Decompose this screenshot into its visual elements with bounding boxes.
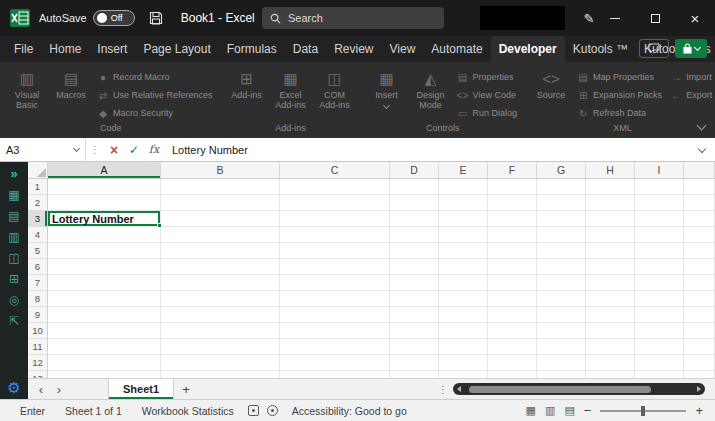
cell-C12[interactable] — [280, 355, 390, 371]
cell-E6[interactable] — [439, 259, 488, 275]
formula-bar-expand-chevron-icon[interactable] — [698, 144, 706, 152]
scroll-right-arrow-icon[interactable] — [697, 386, 701, 392]
insert-function-button[interactable]: fx — [144, 138, 164, 162]
cell-C13[interactable] — [280, 371, 390, 378]
cell-x1[interactable] — [684, 179, 715, 195]
horizontal-scrollbar-thumb[interactable] — [469, 386, 651, 393]
ribbon-button-refresh-data[interactable]: ↻Refresh Data — [574, 104, 665, 122]
cell-E13[interactable] — [439, 371, 488, 378]
cell-C5[interactable] — [280, 243, 390, 259]
select-all-corner[interactable] — [28, 162, 48, 178]
cell-B1[interactable] — [161, 179, 280, 195]
ribbon-button-view-code[interactable]: <>View Code — [454, 86, 521, 104]
cell-G10[interactable] — [537, 323, 586, 339]
sheet-nav-left[interactable]: ‹ — [32, 379, 50, 399]
row-header-13[interactable]: 13 — [28, 371, 48, 378]
row-header-2[interactable]: 2 — [28, 195, 48, 211]
page-layout-view-button[interactable]: ▥ — [545, 405, 555, 416]
cell-x4[interactable] — [684, 227, 715, 243]
share-icon[interactable]: ⇱ — [9, 315, 19, 327]
ribbon-button-excel-add-ins[interactable]: ▦Excel Add-ins — [270, 65, 312, 121]
cell-A13[interactable] — [48, 371, 161, 378]
find-icon[interactable]: ◎ — [9, 294, 19, 306]
row-header-8[interactable]: 8 — [28, 291, 48, 307]
column-header-i[interactable]: I — [635, 162, 684, 178]
cell-F1[interactable] — [488, 179, 537, 195]
cell-D6[interactable] — [390, 259, 439, 275]
ribbon-button-properties[interactable]: ▤Properties — [454, 68, 521, 86]
tab-automate[interactable]: Automate — [423, 36, 490, 62]
column-header-c[interactable]: C — [280, 162, 390, 178]
cell-H12[interactable] — [586, 355, 635, 371]
cell-x8[interactable] — [684, 291, 715, 307]
column-header-g[interactable]: G — [537, 162, 586, 178]
cell-D4[interactable] — [390, 227, 439, 243]
maximize-button[interactable] — [635, 0, 675, 36]
cell-H5[interactable] — [586, 243, 635, 259]
cell-B2[interactable] — [161, 195, 280, 211]
ribbon-button-design-mode[interactable]: ◭Design Mode — [410, 65, 452, 121]
tab-data[interactable]: Data — [285, 36, 326, 62]
cell-E7[interactable] — [439, 275, 488, 291]
tab-formulas[interactable]: Formulas — [219, 36, 285, 62]
cell-x7[interactable] — [684, 275, 715, 291]
ribbon-button-use-relative-references[interactable]: ⇄Use Relative References — [94, 86, 216, 104]
cell-I12[interactable] — [635, 355, 684, 371]
cell-x6[interactable] — [684, 259, 715, 275]
cell-G2[interactable] — [537, 195, 586, 211]
cell-A4[interactable] — [48, 227, 161, 243]
cell-H3[interactable] — [586, 211, 635, 227]
ribbon-button-macro-security[interactable]: ◆Macro Security — [94, 104, 216, 122]
zoom-in-button[interactable]: + — [695, 404, 703, 417]
cell-H13[interactable] — [586, 371, 635, 378]
cell-F10[interactable] — [488, 323, 537, 339]
cell-x13[interactable] — [684, 371, 715, 378]
comments-button[interactable] — [639, 39, 669, 58]
formula-input[interactable]: Lottery Number — [164, 144, 695, 156]
row-header-5[interactable]: 5 — [28, 243, 48, 259]
ribbon-button-map-properties[interactable]: ▤Map Properties — [574, 68, 665, 86]
column-header-overflow[interactable] — [684, 162, 715, 178]
cell-I1[interactable] — [635, 179, 684, 195]
cell-F13[interactable] — [488, 371, 537, 378]
cell-I11[interactable] — [635, 339, 684, 355]
cell-D8[interactable] — [390, 291, 439, 307]
cell-F5[interactable] — [488, 243, 537, 259]
row-header-12[interactable]: 12 — [28, 355, 48, 371]
cell-I13[interactable] — [635, 371, 684, 378]
cell-G12[interactable] — [537, 355, 586, 371]
cell-F12[interactable] — [488, 355, 537, 371]
cell-I2[interactable] — [635, 195, 684, 211]
cell-G1[interactable] — [537, 179, 586, 195]
print-icon[interactable]: ▥ — [8, 231, 19, 243]
cell-x9[interactable] — [684, 307, 715, 323]
cell-B5[interactable] — [161, 243, 280, 259]
cell-x10[interactable] — [684, 323, 715, 339]
cell-H11[interactable] — [586, 339, 635, 355]
grid-icon[interactable]: ⊞ — [9, 273, 19, 285]
accessibility-status-button[interactable]: Accessibility: Good to go — [282, 405, 417, 417]
cell-I3[interactable] — [635, 211, 684, 227]
tab-file[interactable]: File — [6, 36, 41, 62]
cell-A2[interactable] — [48, 195, 161, 211]
row-header-1[interactable]: 1 — [28, 179, 48, 195]
cell-G4[interactable] — [537, 227, 586, 243]
autosave-toggle[interactable]: Off — [93, 10, 135, 26]
formula-bar-grip[interactable]: ⋮ — [86, 144, 104, 155]
cell-E10[interactable] — [439, 323, 488, 339]
cell-F11[interactable] — [488, 339, 537, 355]
cell-G11[interactable] — [537, 339, 586, 355]
scroll-left-arrow-icon[interactable] — [457, 386, 461, 392]
cell-C4[interactable] — [280, 227, 390, 243]
cell-D2[interactable] — [390, 195, 439, 211]
row-header-6[interactable]: 6 — [28, 259, 48, 275]
cell-A1[interactable] — [48, 179, 161, 195]
ribbon-button-com-add-ins[interactable]: ◫COM Add-ins — [314, 65, 356, 121]
cell-E4[interactable] — [439, 227, 488, 243]
close-button[interactable]: × — [675, 0, 715, 36]
cell-C3[interactable] — [280, 211, 390, 227]
cell-x3[interactable] — [684, 211, 715, 227]
cell-D13[interactable] — [390, 371, 439, 378]
ribbon-button-source[interactable]: <>Source — [530, 65, 572, 121]
tab-kutools[interactable]: Kutools ™ — [565, 36, 636, 62]
